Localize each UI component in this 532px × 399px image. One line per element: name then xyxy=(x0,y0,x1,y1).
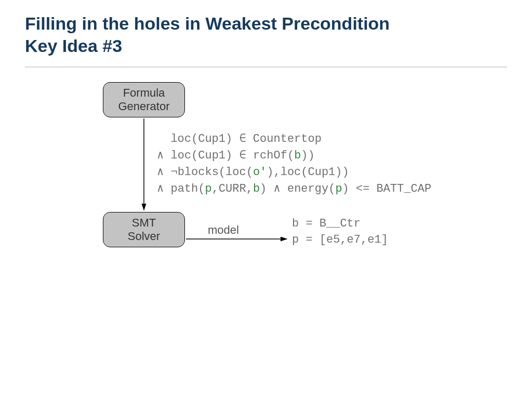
model-output: b = B__Ctr p = [e5,e7,e1] xyxy=(292,216,388,248)
code-l4f: p xyxy=(335,182,342,195)
code-l4g: ) <= BATT_CAP xyxy=(342,182,432,195)
code-l4a: ∧ path( xyxy=(157,182,205,195)
horizontal-rule xyxy=(25,66,507,68)
code-l4d: b xyxy=(253,182,260,195)
slide-title: Filling in the holes in Weakest Precondi… xyxy=(25,12,390,57)
model-l2: p = [e5,e7,e1] xyxy=(292,233,388,246)
code-l4e: ) ∧ energy( xyxy=(260,182,335,195)
model-l1: b = B__Ctr xyxy=(292,217,361,230)
formula-generator-node: Formula Generator xyxy=(103,82,185,117)
smt-solver-node: SMT Solver xyxy=(103,212,185,247)
title-line-2: Key Idea #3 xyxy=(25,36,122,56)
code-l3a: ∧ ¬blocks(loc( xyxy=(157,166,253,179)
code-l1: loc(Cup1) ∈ Countertop xyxy=(157,132,322,145)
code-l3c: ),loc(Cup1)) xyxy=(267,166,349,179)
smt-solver-label: SMT Solver xyxy=(128,216,160,244)
code-l4b: p xyxy=(205,182,211,195)
code-l4c: ,CURR, xyxy=(212,182,253,195)
code-l2c: )) xyxy=(301,149,314,162)
code-l2a: ∧ loc(Cup1) ∈ rchOf( xyxy=(157,149,294,162)
title-line-1: Filling in the holes in Weakest Precondi… xyxy=(25,14,390,33)
model-arrow-label: model xyxy=(208,223,239,237)
formula-generator-label: Formula Generator xyxy=(118,86,169,114)
code-l3b: o' xyxy=(253,166,267,179)
formula-code: loc(Cup1) ∈ Countertop ∧ loc(Cup1) ∈ rch… xyxy=(157,131,431,197)
code-l2b: b xyxy=(294,149,301,162)
arrow-layer xyxy=(0,0,532,399)
